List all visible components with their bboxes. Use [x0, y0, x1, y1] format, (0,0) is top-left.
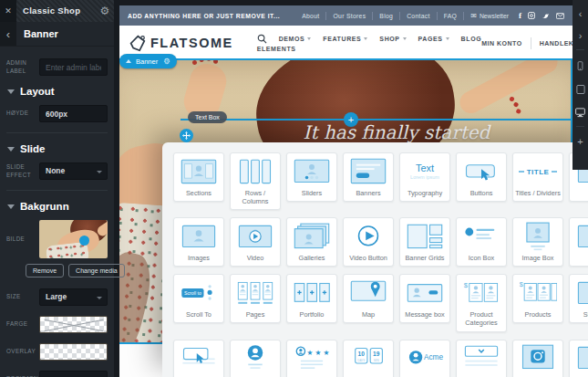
- chevron-down-icon: [403, 37, 407, 40]
- image-label: BILDE: [6, 236, 36, 244]
- element-card-portfolio[interactable]: Portfolio: [286, 274, 337, 323]
- element-card-icon-box[interactable]: Icon Box: [456, 217, 507, 267]
- collapse-triangle-icon: [7, 147, 15, 152]
- nav-item-label: BLOG: [461, 36, 482, 42]
- flatsome-logo[interactable]: FLATSOME: [129, 35, 233, 52]
- frame-icon: [572, 278, 588, 309]
- element-card-titles-dividers[interactable]: TITLETitles / Dividers: [512, 152, 563, 202]
- element-card-scroll-to[interactable]: Scroll toScroll To: [173, 274, 224, 323]
- topbar-link[interactable]: FAQ: [438, 13, 464, 19]
- add-element-button[interactable]: +: [344, 112, 358, 127]
- search-icon[interactable]: [257, 34, 267, 44]
- collapse-triangle-icon: [7, 89, 15, 94]
- nav-item-features[interactable]: FEATURES: [323, 36, 367, 42]
- section-background[interactable]: Bakgrunn: [7, 201, 108, 212]
- element-picker-modal: SectionsRows / ColumnsSlidersBannersText…: [162, 142, 588, 377]
- nav-item-elements[interactable]: ELEMENTS: [257, 46, 482, 52]
- admin-label-input[interactable]: [39, 58, 108, 76]
- banner-element-chip[interactable]: Banner ⚙: [119, 54, 177, 68]
- element-card-testimonials[interactable]: ★ ★ ★Testimonials: [286, 340, 337, 377]
- element-card-clipped-23[interactable]: Sha ico: [569, 274, 588, 323]
- facebook-icon[interactable]: f: [519, 11, 521, 20]
- element-card-video-button[interactable]: Video Button: [343, 217, 394, 267]
- element-card-products[interactable]: $Products: [512, 274, 563, 323]
- element-card-pages[interactable]: Pages: [230, 274, 281, 323]
- element-card-label: Message box: [402, 309, 448, 320]
- element-card-sections[interactable]: Sections: [173, 152, 224, 202]
- plus-icon[interactable]: +: [577, 137, 583, 147]
- height-input[interactable]: [39, 105, 108, 122]
- topbar-link[interactable]: Our Stores: [326, 13, 372, 19]
- map-icon: [346, 278, 391, 309]
- nav-item-shop[interactable]: SHOP: [379, 36, 406, 42]
- element-card-sliders[interactable]: Sliders: [286, 152, 337, 202]
- element-card-label: Lig: [572, 252, 588, 264]
- site-header: FLATSOME DEMOSFEATURESSHOPPAGESBLOG ELEM…: [119, 26, 588, 60]
- textbox-element-chip[interactable]: Text Box: [188, 111, 227, 123]
- drag-handle[interactable]: [180, 129, 193, 142]
- element-card-map[interactable]: Map: [343, 274, 394, 323]
- element-card-image-box[interactable]: Image Box: [512, 217, 563, 267]
- topbar-message: ADD ANYTHING HERE OR JUST REMOVE IT...: [128, 13, 280, 19]
- size-select[interactable]: Large: [39, 288, 108, 306]
- slide-effect-select[interactable]: None: [39, 162, 108, 180]
- element-card-video[interactable]: Video: [230, 217, 281, 267]
- nav-item-pages[interactable]: PAGES: [418, 36, 449, 42]
- nav-item-label: PAGES: [418, 36, 443, 42]
- size-label: SIZE: [6, 293, 36, 301]
- tablet-icon[interactable]: [575, 84, 586, 95]
- element-card-label: Team Member: [232, 374, 278, 377]
- topbar-link[interactable]: Blog: [373, 13, 399, 19]
- back-chevron-icon[interactable]: ‹: [0, 22, 16, 46]
- remove-image-button[interactable]: Remove: [26, 264, 64, 278]
- email-icon[interactable]: [556, 13, 564, 19]
- element-card-banners[interactable]: Banners: [343, 152, 394, 202]
- element-card-tabs[interactable]: Tabs: [173, 340, 224, 377]
- position-input[interactable]: [39, 371, 108, 377]
- element-card-banner-grids[interactable]: Banner Grids: [399, 217, 450, 267]
- overlay-swatch[interactable]: [39, 343, 108, 361]
- element-card-images[interactable]: Images: [173, 217, 224, 267]
- background-image-thumbnail[interactable]: [39, 220, 108, 258]
- element-card-product-categories[interactable]: $Product Categories: [456, 274, 507, 331]
- element-card-buttons[interactable]: Buttons: [456, 152, 507, 202]
- gear-icon[interactable]: ⚙: [163, 57, 170, 66]
- nav-item-blog[interactable]: BLOG: [461, 36, 482, 42]
- element-card-clipped-15[interactable]: Lig: [569, 217, 588, 267]
- element-card-galleries[interactable]: Galleries: [286, 217, 337, 267]
- phone-icon[interactable]: [575, 60, 585, 72]
- account-link[interactable]: MIN KONTO: [481, 40, 521, 47]
- newsletter-link[interactable]: ✉Newsletter: [464, 12, 515, 20]
- element-card-accordion[interactable]: Accordion: [456, 340, 507, 377]
- element-card-instagram-feed[interactable]: Instagram feed: [512, 340, 563, 377]
- element-card-clipped-31[interactable]: Se: [569, 340, 588, 377]
- focus-point-dot[interactable]: [79, 236, 89, 246]
- chevron-left-icon[interactable]: ‹: [579, 9, 583, 19]
- element-card-logo[interactable]: AcmeLogo: [399, 340, 450, 377]
- scroll-to-icon: Scroll to: [176, 278, 222, 309]
- instagram-icon[interactable]: [528, 12, 535, 19]
- element-card-team-member[interactable]: Team Member: [230, 340, 281, 377]
- element-card-message-box[interactable]: Message box: [399, 274, 450, 323]
- nav-item-demos[interactable]: DEMOS: [279, 36, 312, 42]
- video-button-icon: [346, 221, 391, 252]
- chevron-right-icon[interactable]: ›: [579, 31, 583, 41]
- close-icon[interactable]: ✕: [0, 0, 16, 22]
- banner-headline-text[interactable]: It has finally started: [264, 121, 529, 143]
- topbar-link[interactable]: Contact: [400, 13, 437, 19]
- social-icons: f: [519, 11, 564, 20]
- element-card-typography[interactable]: TextLorem ipsumTypography: [399, 152, 450, 202]
- chevron-down-icon: [446, 37, 449, 40]
- banner-selection-border-top: [119, 58, 573, 60]
- element-card-rows-columns[interactable]: Rows / Columns: [230, 152, 281, 210]
- twitter-icon[interactable]: [542, 12, 550, 19]
- change-media-button[interactable]: Change media: [68, 264, 125, 278]
- section-slide[interactable]: Slide: [7, 143, 108, 154]
- color-swatch[interactable]: [39, 316, 108, 333]
- gear-icon[interactable]: ⚙: [96, 0, 114, 22]
- topbar-link[interactable]: About: [295, 13, 325, 19]
- element-card-countdown[interactable]: 10DAYS19MINCountdown: [343, 340, 394, 377]
- section-layout[interactable]: Layout: [7, 86, 108, 97]
- desktop-icon[interactable]: [574, 107, 586, 118]
- banner-chip-label: Banner: [136, 58, 158, 66]
